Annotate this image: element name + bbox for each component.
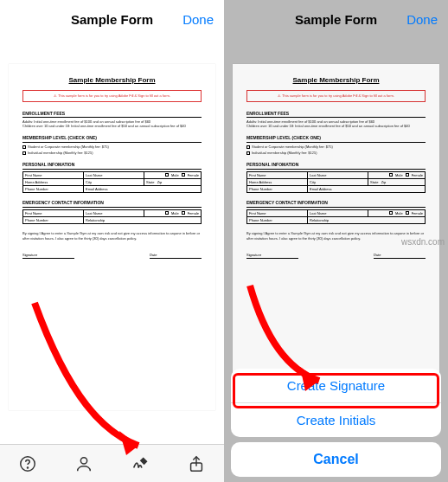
form-document[interactable]: Sample Membership Form This sample form …	[9, 64, 215, 410]
svg-point-2	[80, 457, 86, 463]
done-button[interactable]: Done	[406, 12, 438, 27]
signature-row: Signature Date	[22, 253, 202, 258]
checkbox-option[interactable]: Individual membership (Monthly fee: $125…	[22, 151, 202, 155]
checkbox-icon	[22, 151, 26, 155]
bottom-toolbar	[0, 444, 224, 482]
agreement-text: By signing I Agree to enter a Sample Gym…	[22, 231, 202, 241]
section-emergency: EMERGENCY CONTACT INFORMATION	[22, 200, 202, 208]
form-title: Sample Membership Form	[22, 76, 202, 85]
svg-point-1	[28, 467, 29, 468]
personal-table[interactable]: First Name Last Name MaleFemale Home Add…	[22, 171, 202, 194]
sample-alert: This sample form is for you to try using…	[22, 90, 202, 101]
checkbox-option[interactable]: Student or Corporate membership (Monthly…	[22, 145, 202, 149]
nav-header: Sample Form Done	[224, 0, 448, 38]
section-membership: MEMBERSHIP LEVEL (CHECK ONE)	[22, 135, 202, 143]
screenshot-left: Sample Form Done Sample Membership Form …	[0, 0, 224, 482]
nav-header: Sample Form Done	[0, 0, 224, 38]
help-icon[interactable]	[18, 454, 37, 473]
watermark: wsxdn.com	[401, 236, 445, 246]
section-enrollment: ENROLLMENT FEES	[22, 111, 202, 119]
profile-icon[interactable]	[74, 454, 93, 473]
share-icon[interactable]	[187, 454, 206, 473]
page-title: Sample Form	[295, 12, 377, 27]
section-personal: PERSONAL INFOMATION	[22, 162, 202, 170]
create-signature-button[interactable]: Create Signature	[231, 369, 441, 402]
checkbox-icon	[22, 145, 26, 149]
create-initials-button[interactable]: Create Initials	[231, 402, 441, 437]
page-title: Sample Form	[71, 12, 153, 27]
sign-icon[interactable]	[131, 454, 150, 473]
action-sheet: Create Signature Create Initials Cancel	[231, 369, 441, 477]
cancel-button[interactable]: Cancel	[231, 442, 441, 477]
enroll-line: Children over 10 and under 18: Initial o…	[22, 124, 202, 128]
done-button[interactable]: Done	[182, 12, 214, 27]
emergency-table[interactable]: First Name Last Name MaleFemale Phone Nu…	[22, 209, 202, 224]
